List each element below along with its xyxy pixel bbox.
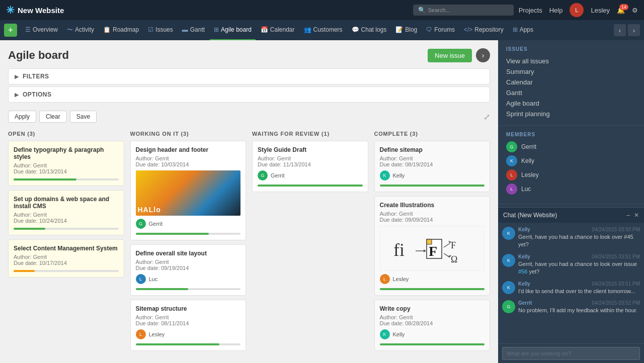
nav-activity[interactable]: 〜 Activity bbox=[63, 20, 98, 40]
nav-gantt[interactable]: ▬ Gantt bbox=[178, 20, 209, 40]
card-style-guide[interactable]: Style Guide Draft Author: Gerrit Due dat… bbox=[252, 141, 368, 192]
card-footer: G Gerrit bbox=[258, 170, 363, 180]
gantt-link[interactable]: Gantt bbox=[506, 87, 636, 98]
card-title: Define overall site layout bbox=[136, 250, 241, 257]
nav-overview[interactable]: ☰ Overview bbox=[21, 20, 62, 40]
save-button[interactable]: Save bbox=[70, 111, 97, 123]
app-name: New Website bbox=[18, 6, 64, 15]
card-image: HALlo bbox=[136, 170, 241, 216]
nav-apps-label: Apps bbox=[520, 26, 533, 33]
nav-arrow-left[interactable]: ‹ bbox=[614, 24, 626, 36]
card-author: Author: Gerrit bbox=[380, 155, 485, 161]
sidebar-toggle-button[interactable]: › bbox=[476, 48, 490, 62]
card-footer: K Kelly bbox=[380, 170, 485, 180]
card-due: Due date: 10/03/2014 bbox=[136, 161, 241, 167]
nav-agile-board[interactable]: ⊞ Agile board bbox=[210, 20, 256, 40]
progress-fill bbox=[380, 185, 485, 187]
issues-section: ISSUES View all issues Summary Calendar … bbox=[498, 40, 644, 126]
clear-button[interactable]: Clear bbox=[39, 111, 67, 123]
card-due: Due date: 10/24/2014 bbox=[14, 218, 119, 224]
card-footer: L Lesley bbox=[136, 329, 241, 339]
card-write-copy[interactable]: Write copy Author: Gerrit Due date: 08/2… bbox=[374, 300, 491, 351]
card-author: Author: Gerrit bbox=[258, 155, 363, 161]
msg-avatar-3: K bbox=[502, 281, 515, 294]
nav-apps[interactable]: ⊞ Apps bbox=[509, 20, 537, 40]
card-cms[interactable]: Select Content Management System Author:… bbox=[8, 239, 124, 278]
view-all-issues-link[interactable]: View all issues bbox=[506, 56, 636, 66]
options-label: OPTIONS bbox=[23, 91, 52, 98]
chat-header: Chat (New Website) – ✕ bbox=[498, 208, 644, 223]
calendar-link[interactable]: Calendar bbox=[506, 77, 636, 87]
card-layout[interactable]: Define overall site layout Author: Gerri… bbox=[130, 244, 247, 296]
nav-agile-board-label: Agile board bbox=[221, 26, 252, 33]
settings-icon[interactable]: ⚙ bbox=[632, 7, 638, 14]
nav-chat-logs[interactable]: 💬 Chat logs bbox=[348, 20, 391, 40]
card-due: Due date: 11/13/2014 bbox=[258, 161, 363, 167]
card-author: Author: Gerrit bbox=[136, 314, 241, 320]
avatar[interactable]: L bbox=[570, 3, 584, 17]
illustration-image: fi F F bbox=[380, 226, 485, 271]
svg-line-6 bbox=[444, 243, 450, 247]
summary-link[interactable]: Summary bbox=[506, 66, 636, 77]
card-due: Due date: 08/28/2014 bbox=[380, 320, 485, 326]
logo-icon: ✳ bbox=[6, 4, 15, 16]
nav-forums[interactable]: 🗨 Forums bbox=[422, 20, 459, 40]
card-sitemap-structure[interactable]: Sitemap structure Author: Gerrit Due dat… bbox=[130, 300, 247, 351]
msg-time-3: 04/24/2015 03:51 PM bbox=[592, 281, 640, 287]
msg-user-2: Kelly bbox=[518, 254, 530, 259]
board-header: Agile board New issue › bbox=[8, 48, 490, 62]
card-author: Author: Gerrit bbox=[380, 314, 485, 320]
card-title: Define sitemap bbox=[380, 146, 485, 153]
nav-arrow-right[interactable]: › bbox=[628, 24, 640, 36]
app-logo[interactable]: ✳ New Website bbox=[6, 4, 64, 16]
options-row[interactable]: ▶ OPTIONS bbox=[9, 87, 490, 102]
card-sitemap[interactable]: Define sitemap Author: Gerrit Due date: … bbox=[374, 141, 491, 192]
card-title: Design header and footer bbox=[136, 146, 241, 153]
chat-input[interactable] bbox=[502, 347, 640, 360]
issues-icon: ☑ bbox=[148, 26, 153, 33]
apply-button[interactable]: Apply bbox=[8, 111, 36, 123]
agile-board-link[interactable]: Agile board bbox=[506, 98, 636, 109]
card-illustrations[interactable]: Create Illustrations Author: Gerrit Due … bbox=[374, 196, 491, 296]
card-footer: G Gerrit bbox=[136, 219, 241, 229]
nav-repository[interactable]: </> Repository bbox=[460, 20, 508, 40]
card-typography[interactable]: Define typography & paragraph styles Aut… bbox=[8, 141, 124, 186]
add-button[interactable]: + bbox=[4, 24, 17, 37]
chat-title: Chat (New Website) bbox=[503, 212, 557, 219]
nav-blog[interactable]: 📝 Blog bbox=[391, 20, 421, 40]
progress-fill bbox=[14, 178, 76, 180]
expand-icon[interactable]: ⤢ bbox=[484, 112, 490, 122]
svg-text:F: F bbox=[429, 243, 437, 259]
issue-link[interactable]: #56 bbox=[518, 268, 527, 275]
notification-bell[interactable]: 🔔 14 bbox=[617, 7, 625, 14]
nav-gantt-label: Gantt bbox=[190, 26, 205, 33]
sprint-planning-link[interactable]: Sprint planning bbox=[506, 109, 636, 119]
new-issue-button[interactable]: New issue bbox=[428, 49, 472, 62]
card-header-footer[interactable]: Design header and footer Author: Gerrit … bbox=[130, 141, 247, 240]
filters-row[interactable]: ▶ FILTERS bbox=[9, 69, 490, 84]
card-title: Define typography & paragraph styles bbox=[14, 146, 119, 160]
nav-customers-label: Customers bbox=[313, 26, 343, 33]
card-due: Due date: 09/19/2014 bbox=[136, 265, 241, 271]
chat-messages[interactable]: K Kelly 04/24/2015 03:50 PM Gerrit, have… bbox=[498, 223, 644, 343]
card-domains[interactable]: Set up domains & web space and install C… bbox=[8, 190, 124, 235]
msg-text-3: I'd like to send that over to the client… bbox=[518, 288, 640, 295]
notification-count: 14 bbox=[619, 4, 628, 10]
projects-menu[interactable]: Projects bbox=[519, 7, 542, 14]
card-title: Create Illustrations bbox=[380, 202, 485, 209]
chat-header-actions: – ✕ bbox=[626, 212, 639, 219]
options-section: ▶ OPTIONS bbox=[8, 86, 490, 103]
help-menu[interactable]: Help bbox=[549, 7, 563, 14]
progress-fill bbox=[14, 228, 45, 230]
nav-issues[interactable]: ☑ Issues bbox=[144, 20, 177, 40]
chat-close-icon[interactable]: ✕ bbox=[634, 212, 639, 219]
progress-fill bbox=[136, 233, 209, 235]
chat-minimize-icon[interactable]: – bbox=[626, 212, 630, 219]
nav-calendar[interactable]: 📅 Calendar bbox=[257, 20, 299, 40]
svg-marker-2 bbox=[424, 249, 426, 252]
msg-meta-1: Kelly 04/24/2015 03:50 PM bbox=[518, 227, 640, 232]
nav-roadmap[interactable]: 📋 Roadmap bbox=[99, 20, 143, 40]
nav-scroll-arrows: ‹ › bbox=[614, 24, 640, 36]
nav-customers[interactable]: 👥 Customers bbox=[300, 20, 347, 40]
search-box[interactable]: 🔍 Search... bbox=[413, 5, 514, 16]
